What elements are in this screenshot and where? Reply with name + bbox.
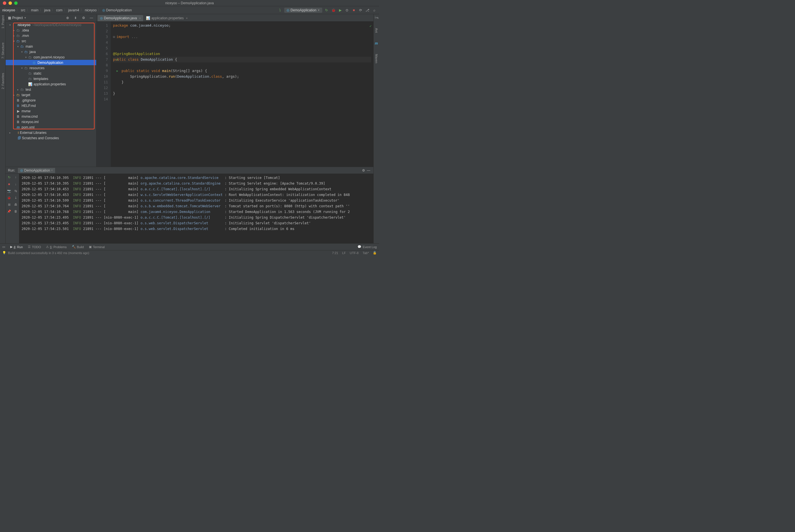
debug-icon[interactable]: 🐞 <box>331 8 336 13</box>
project-view-select[interactable]: ▦ Project ▼ <box>8 16 65 20</box>
tool-window-structure[interactable]: 7: Structure <box>1 42 4 59</box>
tree-node[interactable]: ▾🗀com.javam4.niceyoo <box>6 54 96 60</box>
bottom-tab[interactable]: ▶4: Run <box>10 245 23 249</box>
breadcrumb-item[interactable]: src <box>21 8 25 12</box>
print-icon[interactable]: 🖶 <box>14 202 18 207</box>
tree-node[interactable]: mpom.xml <box>6 125 96 130</box>
exit-icon[interactable]: 🐞 <box>7 195 11 200</box>
line-separator[interactable]: LF <box>342 251 346 255</box>
run-config-select[interactable]: ◎ DemoApplication ▼ <box>284 8 322 13</box>
stop-icon[interactable]: ■ <box>351 8 356 13</box>
tree-node[interactable]: ▾🗀main <box>6 44 96 49</box>
tool-window-project[interactable]: 1: Project <box>1 15 4 28</box>
up-icon[interactable]: ↑ <box>14 175 18 179</box>
close-icon[interactable]: × <box>139 17 141 20</box>
indent[interactable]: Tab* <box>363 251 369 255</box>
tree-node[interactable]: 🗎.gitignore <box>6 98 96 103</box>
hide-icon[interactable]: — <box>366 168 371 173</box>
breadcrumb-item[interactable]: niceyoo <box>85 8 96 12</box>
maximize-icon[interactable] <box>14 1 18 5</box>
tree-node[interactable]: ▶mvnw <box>6 108 96 114</box>
breadcrumb-item[interactable]: java <box>44 8 50 12</box>
caret-position[interactable]: 7:21 <box>332 251 338 255</box>
run-icon[interactable]: ↻ <box>324 8 329 13</box>
file-encoding[interactable]: UTF-8 <box>350 251 359 255</box>
tree-node[interactable]: 🗎HELP.md <box>6 103 96 108</box>
scroll-icon[interactable]: ⤓ <box>14 195 18 200</box>
ant-icon[interactable]: 🐜 <box>374 15 379 20</box>
breadcrumb-item[interactable]: com <box>56 8 62 12</box>
dump-icon[interactable]: 📷 <box>7 189 11 193</box>
breadcrumb-item[interactable]: niceyoo <box>2 8 15 12</box>
run-gutter-icon[interactable]: ▶ <box>117 68 118 74</box>
event-log[interactable]: 💬Event Log <box>358 245 377 249</box>
breadcrumb-item[interactable]: main <box>31 8 38 12</box>
breadcrumb-item[interactable]: ◎ DemoApplication <box>102 8 132 12</box>
tree-node[interactable]: ▸🗀.idea <box>6 27 96 33</box>
close-icon[interactable] <box>3 1 6 5</box>
search-icon[interactable]: ⌕ <box>372 8 377 13</box>
console-output[interactable]: 2020-12-05 17:54:10.395 INFO 21891 --- [… <box>19 174 373 243</box>
rerun-icon[interactable]: ↻ <box>7 175 11 179</box>
window-controls <box>0 1 18 5</box>
tree-node[interactable]: 🗐 Scratches and Consoles <box>6 135 96 141</box>
minimize-icon[interactable] <box>8 1 12 5</box>
tips-icon[interactable]: 💡 <box>2 251 6 255</box>
breadcrumb-item[interactable]: javam4 <box>68 8 79 12</box>
bottom-tab[interactable]: ☰TODO <box>28 245 41 249</box>
bottom-tab[interactable]: ⚠6: Problems <box>46 245 67 249</box>
run-gutter-icon[interactable]: ▶ <box>117 57 118 62</box>
run-header: Run: ◎ DemoApplication × ⚙ — <box>6 167 373 174</box>
clear-icon[interactable]: 🗑 <box>14 209 18 213</box>
update-icon[interactable]: ⟳ <box>358 8 363 13</box>
close-icon[interactable]: × <box>186 17 188 20</box>
bottom-tab[interactable]: ▣Terminal <box>89 245 105 249</box>
tree-node[interactable]: ▾🗀java <box>6 49 96 54</box>
tree-node[interactable]: ◎DemoApplication <box>6 60 96 65</box>
editor-tab[interactable]: 📊application.properties× <box>144 15 190 21</box>
layout-icon[interactable]: ⊞ <box>7 202 11 207</box>
tree-node[interactable]: 📊application.properties <box>6 81 96 87</box>
tree-node[interactable]: ▸🗀test <box>6 87 96 92</box>
project-tool-window: ▦ Project ▼ ⊕ ⇟ ⚙ — ▾niceyoo~/workspace/… <box>6 14 96 167</box>
tree-node[interactable]: ▾niceyoo~/workspace/IDEA/mine/niceyoo <box>6 22 96 27</box>
tool-window-maven[interactable]: Maven <box>375 54 378 63</box>
tree-node[interactable]: 🗎mvnw.cmd <box>6 114 96 119</box>
wrap-icon[interactable]: ⇆ <box>14 189 18 193</box>
upper-split: ▦ Project ▼ ⊕ ⇟ ⚙ — ▾niceyoo~/workspace/… <box>6 14 373 167</box>
bottom-tab[interactable]: 🔨Build <box>72 245 84 249</box>
hide-icon[interactable]: — <box>89 15 94 20</box>
inspection-ok-icon[interactable]: ✓ <box>369 23 372 29</box>
run-tab[interactable]: ◎ DemoApplication × <box>18 168 55 173</box>
tree-node[interactable]: ▸⫴ External Libraries <box>6 130 96 135</box>
tree-node[interactable]: ▾🗀src <box>6 38 96 44</box>
breadcrumb: niceyoo〉src〉main〉java〉com〉javam4〉niceyoo… <box>2 8 277 13</box>
profile-icon[interactable]: ⊙ <box>344 8 349 13</box>
code[interactable]: package com.javam4.niceyoo;⊞import ...@S… <box>111 22 373 167</box>
build-icon[interactable]: ⤵ <box>277 8 283 13</box>
stop-icon[interactable]: ■ <box>7 182 11 186</box>
tree-node[interactable]: 🗀templates <box>6 76 96 81</box>
tree-node[interactable]: 🗀static <box>6 71 96 76</box>
gear-icon[interactable]: ⚙ <box>361 168 366 173</box>
tool-window-ant[interactable]: Ant <box>375 28 378 33</box>
lock-icon[interactable]: 🔓 <box>373 251 377 255</box>
coverage-icon[interactable]: ▶ <box>338 8 343 13</box>
vcs-icon[interactable]: ⎇ <box>365 8 370 13</box>
editor-tab[interactable]: ◎DemoApplication.java× <box>98 15 143 21</box>
project-tree[interactable]: ▾niceyoo~/workspace/IDEA/mine/niceyoo▸🗀.… <box>6 22 96 167</box>
tree-node[interactable]: ▾🗀resources <box>6 65 96 71</box>
tree-node[interactable]: ▸🗀.mvn <box>6 33 96 38</box>
gear-icon[interactable]: ⚙ <box>81 15 86 20</box>
quick-access-icon[interactable]: ▭ <box>2 245 5 249</box>
tool-window-favorites[interactable]: 2: Favorites <box>1 73 4 89</box>
collapse-icon[interactable]: ⇟ <box>73 15 78 20</box>
locate-icon[interactable]: ⊕ <box>65 15 70 20</box>
maven-icon[interactable]: m <box>375 41 378 45</box>
tree-node[interactable]: ▸🗀target <box>6 92 96 98</box>
down-icon[interactable]: ↓ <box>14 182 18 186</box>
tree-node[interactable]: 🗎niceyoo.iml <box>6 119 96 125</box>
pin-icon[interactable]: 📌 <box>7 209 11 213</box>
code-area[interactable]: ✓ 1234567▶89▶1011121314 package com.java… <box>96 22 373 167</box>
left-tool-strip: 1: Project 7: Structure 2: Favorites <box>0 14 6 243</box>
